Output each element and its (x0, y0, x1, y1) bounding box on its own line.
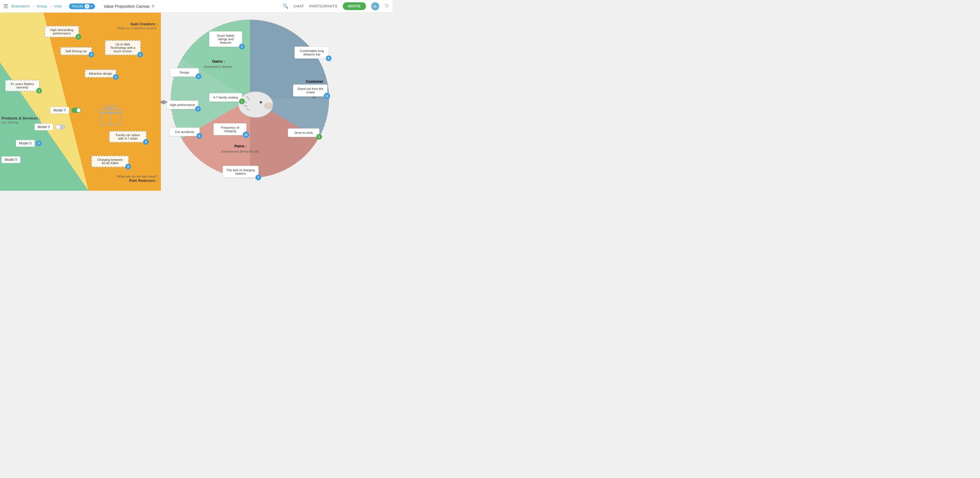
card-car-accidents[interactable]: Car accidents 6 (170, 127, 200, 136)
model-3-item[interactable]: Model 3 (35, 124, 65, 130)
vote-badge-up-to-date: 2 (137, 52, 143, 57)
tr-icon: Tr (384, 3, 389, 9)
search-icon[interactable]: 🔍 (283, 3, 288, 9)
card-drive-to-work[interactable]: Drive to work 1 (288, 129, 320, 137)
vote-badge-family-seating: 1 (239, 98, 245, 104)
nav-right: 🔍 CHAT PARTICIPANTS INVITE JL Tr (283, 2, 389, 10)
gain-creators-label: Gain Creators : What our customers recei… (117, 22, 158, 30)
vote-badge-design: 6 (196, 73, 201, 79)
right-panel: Gains : Expected or desired. Pains : Exp… (161, 13, 393, 191)
breadcrumb-brainstorm[interactable]: Brainstorm (11, 4, 30, 8)
vote-badge-lack-charging: 7 (255, 175, 261, 180)
vote-badge-family-car: 6 (143, 139, 149, 145)
card-up-to-date[interactable]: Up to date Technology with a touch scree… (105, 40, 141, 55)
model-y-toggle[interactable] (72, 108, 81, 113)
center-arrows: ◀▶ (159, 98, 168, 105)
breadcrumb-results-pill[interactable]: Results 1 ▾ (69, 3, 95, 9)
breadcrumb-arrow-3: → (64, 4, 67, 8)
model-y-box: Model Y (50, 107, 69, 114)
vote-badge-car-accidents: 6 (197, 133, 202, 139)
model-s-item[interactable]: Model S 9 (16, 140, 42, 147)
card-frequency-charging[interactable]: Frequency of charging 23 (213, 123, 247, 135)
model-x-box: Model X (2, 156, 21, 163)
settings-icon[interactable]: ⚙ (151, 4, 155, 8)
vote-badge-attractive-design: 2 (113, 74, 119, 80)
model-3-toggle[interactable] (56, 124, 65, 130)
card-family-seating[interactable]: 4-7 family seating 1 (209, 93, 242, 102)
canvas-area: Gain Creators : What our customers recei… (0, 13, 393, 191)
model-y-item[interactable]: Model Y (50, 107, 81, 114)
canvas-title: Value Proposition Canvas ⚙ (104, 4, 155, 9)
card-self-driving[interactable]: Self-Driving car 4 (60, 47, 92, 55)
card-battery-warranty[interactable]: 6+ years Battery warranty 2 (5, 80, 40, 91)
card-lack-charging[interactable]: The lack of charging stations 7 (223, 166, 259, 178)
vote-badge-self-driving: 4 (89, 52, 94, 57)
breadcrumb-arrow-2: → (49, 4, 52, 8)
model-s-box: Model S (16, 140, 35, 147)
vote-badge-battery-warranty: 2 (36, 88, 42, 94)
breadcrumb-group[interactable]: Group (37, 4, 47, 8)
pain-reducers-label: What pain do we take away? Pain Reducers… (117, 175, 158, 183)
products-services-label: Products & Services : Our offering. (2, 116, 40, 124)
vote-badge-high-performance: 2 (195, 106, 201, 112)
breadcrumb: Brainstorm → Group → Vote → Results 1 ▾ (11, 3, 95, 9)
vote-badge-charging-speed: 9 (125, 164, 131, 170)
breadcrumb-arrow-1: → (31, 4, 35, 8)
svg-point-6 (260, 101, 262, 103)
model-x-item[interactable]: Model X (2, 156, 21, 163)
card-stand-out[interactable]: Stand out from the crowd 11 (293, 84, 328, 97)
model-3-box: Model 3 (35, 124, 53, 130)
caret-icon: ▾ (91, 5, 92, 8)
canvas-title-text: Value Proposition Canvas (104, 4, 150, 9)
vote-badge-model-s: 9 (36, 140, 42, 146)
invite-button[interactable]: INVITE (343, 2, 366, 10)
card-design[interactable]: Design 6 (170, 68, 199, 77)
vote-badge-good-safety: 2 (239, 44, 245, 49)
card-high-performance[interactable]: High performance 2 (167, 100, 198, 109)
card-family-car[interactable]: Family car option with 4-7 seats 6 (109, 131, 146, 143)
card-good-safety[interactable]: Good Safety ratings and features 2 (209, 31, 242, 47)
pains-section-label: Pains : Experienced during the job. (221, 143, 260, 154)
left-panel: Gain Creators : What our customers recei… (0, 13, 161, 191)
vote-badge-frequency-charging: 23 (243, 132, 249, 138)
navbar: ☰ Brainstorm → Group → Vote → Results 1 … (0, 0, 393, 13)
results-count-badge: 1 (85, 4, 89, 9)
circle-container: Gains : Expected or desired. Pains : Exp… (167, 16, 333, 182)
card-high-demanding[interactable]: High demanding performance 1 (45, 26, 79, 37)
chat-button[interactable]: CHAT (294, 4, 304, 8)
vote-badge-drive-to-work: 1 (316, 134, 322, 140)
breadcrumb-vote[interactable]: Vote (54, 4, 62, 8)
card-comfortable-trip[interactable]: Comfortable long distance trip 8 (294, 46, 329, 59)
svg-point-7 (264, 103, 273, 109)
vote-badge-comfortable-trip: 8 (326, 56, 332, 61)
vote-badge-stand-out: 11 (324, 93, 330, 99)
participants-button[interactable]: PARTICIPANTS (309, 4, 337, 8)
card-attractive-design[interactable]: Attractive design 2 (85, 70, 116, 78)
gift-icon (98, 102, 124, 132)
breadcrumb-results-label: Results (72, 4, 83, 8)
vote-badge-high-demanding: 1 (76, 34, 81, 40)
card-charging-speed[interactable]: Charging between 45-90 KM/H 9 (91, 156, 129, 167)
menu-icon[interactable]: ☰ (3, 3, 8, 10)
gains-section-label: Gains : Expected or desired. (204, 59, 233, 69)
avatar[interactable]: JL (371, 2, 379, 10)
